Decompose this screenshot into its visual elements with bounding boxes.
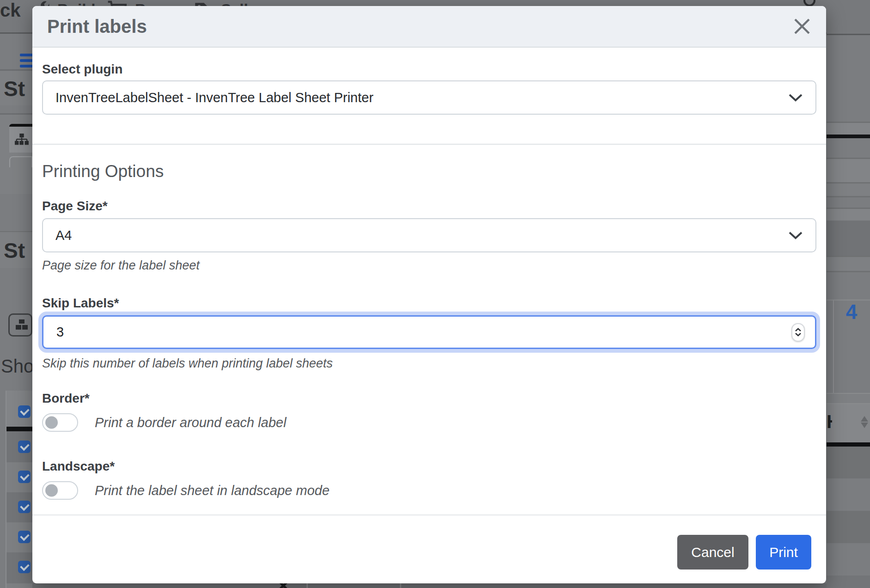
cancel-button[interactable]: Cancel: [677, 535, 748, 570]
landscape-helper: Print the label sheet in landscape mode: [95, 484, 330, 497]
background-bottom-row: [32, 583, 827, 588]
row-checkbox: [18, 471, 31, 483]
stepper-up-icon: [795, 328, 802, 332]
landscape-label: Landscape*: [42, 459, 816, 474]
stock-icon: [15, 319, 28, 331]
page-title-fragment: St: [4, 76, 25, 101]
skip-labels-value: 3: [56, 325, 64, 340]
background-table-left: [6, 391, 32, 588]
search-icon: [803, 0, 815, 6]
background-table-right: 4 H: [827, 0, 870, 588]
sitemap-icon: [15, 133, 29, 147]
page-size-helper: Page size for the label sheet: [42, 258, 816, 272]
sort-asc-icon: [861, 412, 868, 422]
select-all-checkbox: [18, 405, 31, 418]
chevron-down-icon: [788, 93, 803, 102]
close-button[interactable]: [789, 13, 815, 39]
print-button[interactable]: Print: [756, 535, 811, 570]
border-toggle[interactable]: [42, 413, 78, 432]
stepper-down-icon: [795, 332, 802, 337]
stock-brand-fragment: ck: [0, 0, 21, 21]
dialog-body: Select plugin InvenTreeLabelSheet - Inve…: [32, 48, 826, 509]
row-checkbox: [18, 531, 31, 543]
cell-border: [400, 583, 401, 588]
dialog-title: Print labels: [47, 16, 147, 37]
sort-desc-icon: [861, 423, 868, 432]
close-icon: [791, 16, 813, 37]
landscape-toggle[interactable]: [42, 481, 78, 500]
number-stepper[interactable]: [791, 323, 805, 342]
chevron-down-icon: [788, 231, 803, 240]
plugin-select-value: InvenTreeLabelSheet - InvenTree Label Sh…: [55, 90, 374, 105]
dialog-footer: Cancel Print: [32, 514, 826, 583]
stock-actions-button: [8, 313, 32, 337]
plugin-select[interactable]: InvenTreeLabelSheet - InvenTree Label Sh…: [42, 80, 816, 115]
row-checkbox: [18, 501, 31, 513]
section-divider: [32, 144, 826, 145]
skip-labels-helper: Skip this number of labels when printing…: [42, 356, 816, 370]
page-size-select[interactable]: A4: [42, 218, 816, 252]
plugin-label: Select plugin: [42, 61, 816, 77]
print-labels-dialog: Print labels Select plugin InvenTreeLabe…: [32, 6, 826, 583]
panel-tab: [9, 124, 32, 153]
page-size-select-value: A4: [55, 228, 72, 243]
count-badge: 4: [833, 300, 870, 324]
page-size-label: Page Size*: [42, 198, 816, 214]
row-checkbox: [18, 441, 31, 453]
section-title-fragment: St: [4, 238, 25, 263]
skip-labels-input[interactable]: 3: [42, 315, 816, 349]
border-label: Border*: [42, 391, 816, 406]
cell-border: [306, 583, 308, 588]
row-checkbox: [18, 561, 31, 573]
printing-options-heading: Printing Options: [42, 161, 816, 182]
showing-text-fragment: Sho: [1, 356, 34, 377]
border-helper: Print a border around each label: [95, 416, 286, 429]
dialog-header: Print labels: [32, 6, 826, 48]
skip-labels-label: Skip Labels*: [42, 295, 816, 311]
column-header-fragment: H: [827, 411, 832, 432]
panel-tab: [9, 156, 32, 167]
